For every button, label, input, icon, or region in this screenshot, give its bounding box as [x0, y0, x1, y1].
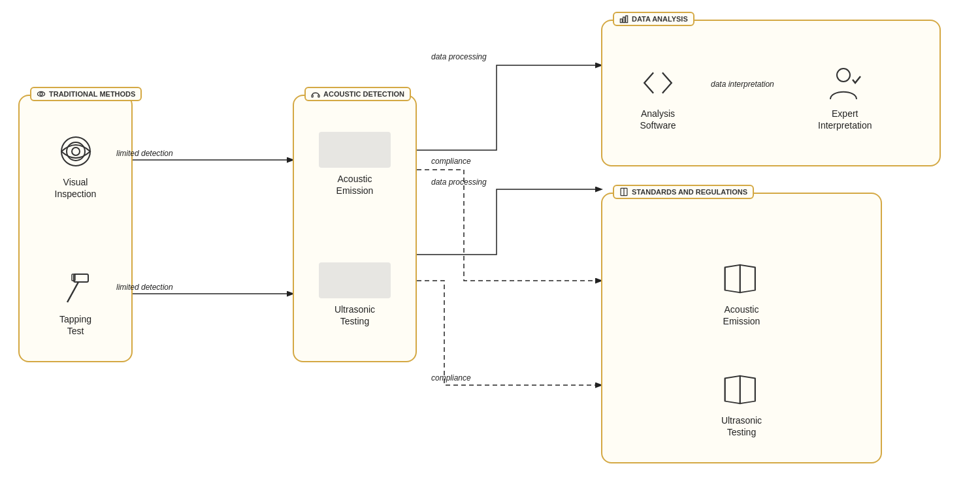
analysis-software-item: AnalysisSoftware	[638, 63, 678, 131]
analysis-software-icon	[638, 63, 678, 102]
tapping-test-label: TappingTest	[59, 313, 91, 337]
eye-icon	[56, 132, 95, 171]
acoustic-emission-item: AcousticEmission	[294, 132, 416, 196]
standards-ultrasonic-label: UltrasonicTesting	[721, 415, 762, 438]
limited-detection-label-1: limited detection	[116, 149, 173, 158]
card-data-analysis: DATA ANALYSIS AnalysisSoftware	[601, 20, 941, 166]
svg-point-7	[61, 137, 90, 166]
ultrasonic-testing-item: UltrasonicTesting	[294, 262, 416, 327]
diagram-container: TRADITIONAL METHODS VisualInspection	[0, 0, 980, 485]
svg-point-6	[40, 93, 42, 95]
svg-point-18	[837, 69, 850, 82]
visual-inspection-label: VisualInspection	[55, 176, 97, 200]
card-acoustic-detection: ACOUSTIC DETECTION AcousticEmission Ultr…	[293, 95, 417, 362]
expert-interpretation-item: ExpertInterpretation	[818, 63, 872, 131]
compliance-label-2: compliance	[431, 373, 471, 383]
expert-interpretation-label: ExpertInterpretation	[818, 108, 872, 131]
ultrasonic-testing-placeholder	[319, 262, 391, 298]
expert-icon	[825, 63, 864, 102]
svg-rect-10	[74, 274, 88, 282]
svg-rect-14	[318, 95, 319, 97]
standards-ultrasonic-item: UltrasonicTesting	[602, 370, 881, 438]
data-processing-label-1: data processing	[431, 52, 487, 61]
svg-point-9	[72, 148, 80, 155]
data-analysis-label: DATA ANALYSIS	[613, 12, 694, 26]
traditional-methods-label: TRADITIONAL METHODS	[30, 87, 142, 101]
card-standards: STANDARDS AND REGULATIONS AcousticEmissi…	[601, 193, 882, 463]
tapping-test-item: TappingTest	[20, 269, 131, 337]
acoustic-detection-label: ACOUSTIC DETECTION	[304, 87, 411, 101]
acoustic-emission-placeholder	[319, 132, 391, 168]
book-icon-ultrasonic	[722, 370, 761, 409]
svg-rect-15	[620, 19, 622, 23]
svg-rect-13	[312, 95, 313, 97]
data-processing-label-2: data processing	[431, 178, 487, 187]
compliance-label-1: compliance	[431, 157, 471, 166]
standards-acoustic-item: AcousticEmission	[602, 259, 881, 327]
standards-label: STANDARDS AND REGULATIONS	[613, 185, 754, 199]
ultrasonic-testing-label: UltrasonicTesting	[335, 304, 375, 327]
card-traditional: TRADITIONAL METHODS VisualInspection	[18, 95, 133, 362]
svg-rect-16	[623, 17, 625, 22]
hammer-icon	[56, 269, 95, 308]
standards-acoustic-label: AcousticEmission	[723, 304, 760, 327]
svg-rect-17	[626, 16, 628, 22]
visual-inspection-item: VisualInspection	[20, 132, 131, 200]
limited-detection-label-2: limited detection	[116, 283, 173, 292]
acoustic-emission-label: AcousticEmission	[336, 173, 374, 196]
analysis-software-label: AnalysisSoftware	[640, 108, 676, 131]
data-interpretation-label: data interpretation	[711, 80, 774, 89]
svg-line-11	[67, 282, 78, 302]
book-icon-acoustic	[722, 259, 761, 298]
